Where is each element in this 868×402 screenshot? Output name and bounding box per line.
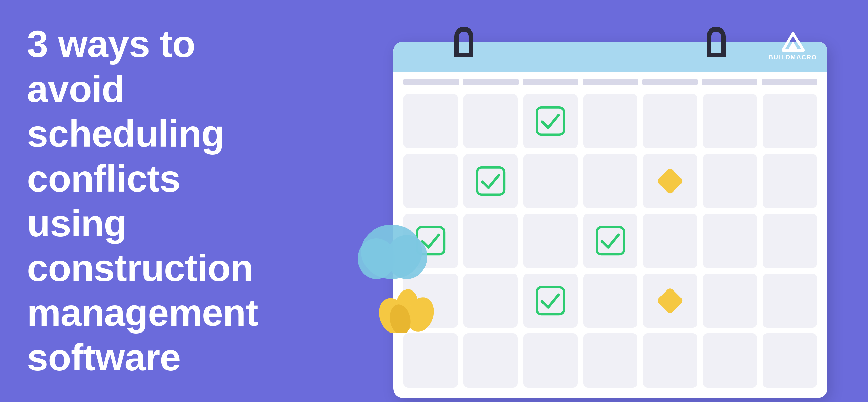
cal-cell-r2c4 (583, 154, 638, 208)
headline-line2: scheduling (27, 113, 224, 155)
buildmacro-logo-icon (781, 32, 805, 52)
calendar-wrapper (366, 42, 800, 354)
logo: BUILDMACRO (769, 32, 817, 61)
cal-cell-r5c6 (703, 333, 757, 388)
cal-cell-r2c5 (643, 154, 697, 208)
headline: 3 ways to avoid scheduling conflicts usi… (27, 22, 285, 380)
calendar (393, 42, 827, 398)
cal-cell-r3c7 (763, 214, 817, 268)
cal-cell-r5c2 (463, 333, 518, 388)
headline-text: 3 ways to avoid (27, 23, 195, 110)
svg-rect-3 (656, 167, 684, 195)
svg-rect-5 (597, 227, 624, 254)
cal-cell-r1c4 (583, 94, 638, 148)
cal-cell-r2c2 (463, 154, 518, 208)
cal-cell-r5c1 (403, 333, 458, 388)
cal-cell-r2c7 (763, 154, 817, 208)
cal-cell-r3c3 (523, 214, 578, 268)
cal-cell-r3c2 (463, 214, 518, 268)
calendar-ring-right (707, 27, 726, 57)
illustration: BUILDMACRO (305, 21, 827, 381)
day-header-6 (702, 79, 757, 85)
plant-decoration (373, 272, 441, 333)
day-header-5 (642, 79, 698, 85)
cal-cell-r1c5 (643, 94, 697, 148)
cal-cell-r5c3 (523, 333, 578, 388)
cal-cell-r5c5 (643, 333, 697, 388)
cal-cell-r4c5 (643, 274, 697, 328)
day-header-3 (523, 79, 578, 85)
headline-line6: software (27, 336, 181, 379)
cal-cell-r4c3 (523, 274, 578, 328)
cal-cell-r3c5 (643, 214, 697, 268)
headline-line3: conflicts using (27, 157, 180, 244)
headline-line4: construction (27, 247, 253, 289)
cal-cell-r3c6 (703, 214, 757, 268)
cal-cell-r5c4 (583, 333, 638, 388)
cal-cell-r4c6 (703, 274, 757, 328)
day-header-4 (583, 79, 638, 85)
day-header-2 (463, 79, 519, 85)
svg-rect-6 (537, 287, 564, 314)
text-block: 3 ways to avoid scheduling conflicts usi… (27, 22, 285, 380)
cal-cell-r4c4 (583, 274, 638, 328)
day-header-7 (762, 79, 817, 85)
cal-cell-r2c6 (703, 154, 757, 208)
cal-cell-r5c7 (763, 333, 817, 388)
cal-cell-r1c1 (403, 94, 458, 148)
calendar-ring-left (454, 27, 473, 57)
background: 3 ways to avoid scheduling conflicts usi… (0, 0, 868, 402)
cal-cell-r2c3 (523, 154, 578, 208)
cal-cell-r1c6 (703, 94, 757, 148)
svg-rect-1 (537, 108, 564, 135)
logo-text: BUILDMACRO (769, 54, 817, 61)
cal-cell-r3c4 (583, 214, 638, 268)
cal-cell-r2c1 (403, 154, 458, 208)
cal-cell-r4c2 (463, 274, 518, 328)
cal-cell-r4c7 (763, 274, 817, 328)
cal-cell-r1c7 (763, 94, 817, 148)
cal-cell-r1c3 (523, 94, 578, 148)
svg-rect-2 (477, 167, 504, 194)
calendar-days-header (393, 72, 827, 88)
cal-cell-r1c2 (463, 94, 518, 148)
calendar-grid (393, 88, 827, 398)
svg-rect-7 (656, 287, 684, 314)
day-header-1 (403, 79, 459, 85)
headline-line5: management (27, 292, 258, 334)
